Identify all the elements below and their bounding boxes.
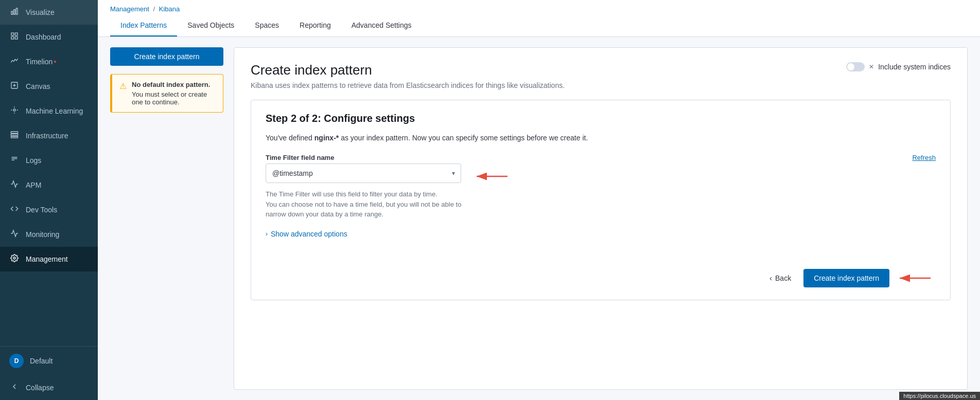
step-desc-prefix: You've defined [266, 134, 314, 142]
panel-header: Create index pattern Kibana uses index p… [251, 62, 951, 89]
svg-rect-2 [16, 8, 18, 14]
sidebar-item-label: Dashboard [26, 33, 61, 41]
content-area: Create index pattern ⚠ No default index … [98, 37, 980, 400]
panel-subtitle: Kibana uses index patterns to retrieve d… [251, 81, 951, 89]
sidebar-item-label: Canvas [26, 82, 50, 90]
hint-line2: You can choose not to have a time field,… [266, 199, 936, 210]
top-nav: Management / Kibana Index Patterns Saved… [98, 0, 980, 37]
breadcrumb: Management / Kibana [110, 0, 968, 15]
arrow-annotation-footer [895, 270, 936, 286]
management-icon [9, 254, 20, 264]
include-system-label: Include system indices [878, 63, 951, 71]
sidebar-item-monitoring[interactable]: Monitoring [0, 222, 98, 247]
include-system-indices[interactable]: ✕ Include system indices [846, 62, 951, 71]
step-description: You've defined nginx-* as your index pat… [266, 133, 936, 143]
collapse-label: Collapse [26, 384, 54, 392]
create-index-pattern-button[interactable]: Create index pattern [803, 269, 889, 287]
timelion-icon [9, 57, 20, 67]
svg-rect-9 [11, 132, 18, 133]
sidebar-item-infrastructure[interactable]: Infrastructure [0, 123, 98, 148]
sidebar-item-dashboard[interactable]: Dashboard [0, 25, 98, 49]
avatar: D [9, 354, 24, 368]
collapse-icon [9, 383, 20, 393]
svg-rect-0 [11, 11, 13, 14]
sidebar-item-machine-learning[interactable]: Machine Learning [0, 99, 98, 123]
sidebar-item-collapse[interactable]: Collapse [0, 375, 98, 400]
dashboard-icon [9, 32, 20, 42]
sidebar-item-label: Machine Learning [26, 107, 83, 115]
create-index-pattern-sidebar-button[interactable]: Create index pattern [110, 47, 223, 66]
warning-icon: ⚠ [119, 81, 127, 106]
step-title: Step 2 of 2: Configure settings [266, 113, 936, 124]
toggle-knob [847, 63, 854, 70]
sidebar-item-label: Logs [26, 156, 41, 165]
sidebar-item-visualize[interactable]: Visualize [0, 0, 98, 25]
tab-advanced-settings[interactable]: Advanced Settings [341, 15, 422, 37]
tab-reporting[interactable]: Reporting [289, 15, 341, 37]
step-box: Step 2 of 2: Configure settings You've d… [251, 100, 951, 300]
right-panel: Create index pattern Kibana uses index p… [234, 47, 968, 390]
main-content: Management / Kibana Index Patterns Saved… [98, 0, 980, 400]
close-toggle-icon[interactable]: ✕ [869, 63, 874, 70]
canvas-icon [9, 81, 20, 92]
hint-line1: The Time Filter will use this field to f… [266, 189, 936, 199]
sidebar-item-management[interactable]: Management [0, 247, 98, 271]
time-filter-select-wrapper: @timestamp ▾ [266, 163, 461, 183]
time-filter-label-row: Time Filter field name Refresh [266, 154, 936, 161]
svg-rect-5 [11, 37, 14, 39]
field-hint: The Time Filter will use this field to f… [266, 189, 936, 220]
sidebar-item-label: Timelion• [26, 58, 56, 66]
sidebar: Visualize Dashboard Timelion• Canvas Mac… [0, 0, 98, 400]
logs-icon [9, 155, 20, 166]
tab-spaces[interactable]: Spaces [244, 15, 289, 37]
dev-tools-icon [9, 205, 20, 215]
arrow-annotation [471, 169, 513, 184]
apm-icon [9, 180, 20, 190]
include-system-toggle[interactable] [846, 62, 865, 71]
sidebar-item-dev-tools[interactable]: Dev Tools [0, 197, 98, 222]
sidebar-item-canvas[interactable]: Canvas [0, 74, 98, 99]
hint-line3: narrow down your data by a time range. [266, 209, 936, 220]
step-footer: ‹ Back Create index pattern [266, 259, 936, 287]
step-desc-suffix: as your index pattern. Now you can speci… [339, 134, 588, 142]
back-button[interactable]: ‹ Back [763, 270, 797, 286]
sidebar-item-user[interactable]: D Default [0, 347, 98, 375]
left-panel: Create index pattern ⚠ No default index … [110, 47, 223, 390]
tab-index-patterns[interactable]: Index Patterns [110, 15, 177, 37]
sidebar-item-label: Infrastructure [26, 132, 68, 140]
show-advanced-options[interactable]: › Show advanced options [266, 230, 936, 238]
svg-point-8 [13, 109, 15, 111]
infrastructure-icon [9, 131, 20, 141]
warning-body: You must select or create one to continu… [132, 90, 216, 106]
svg-rect-3 [11, 33, 14, 35]
sidebar-item-label: Management [26, 255, 68, 263]
breadcrumb-management[interactable]: Management [110, 5, 149, 13]
svg-point-12 [13, 257, 15, 259]
sidebar-item-apm[interactable]: APM [0, 173, 98, 197]
svg-rect-11 [11, 136, 18, 138]
panel-title: Create index pattern [251, 62, 951, 78]
user-label: Default [30, 357, 52, 365]
machine-learning-icon [9, 106, 20, 116]
refresh-link[interactable]: Refresh [912, 154, 936, 161]
url-bar: https://pilocus.cloudspace.us [899, 392, 980, 400]
sidebar-item-label: APM [26, 181, 41, 189]
svg-rect-6 [15, 37, 18, 39]
chevron-right-icon: › [266, 230, 268, 238]
breadcrumb-separator: / [153, 5, 155, 13]
sidebar-item-label: Visualize [26, 8, 55, 16]
svg-rect-10 [11, 134, 18, 136]
sidebar-item-logs[interactable]: Logs [0, 148, 98, 173]
time-filter-select[interactable]: @timestamp [266, 163, 461, 183]
sidebar-item-label: Monitoring [26, 230, 59, 239]
breadcrumb-kibana[interactable]: Kibana [159, 5, 180, 13]
sidebar-item-timelion[interactable]: Timelion• [0, 49, 98, 74]
monitoring-icon [9, 229, 20, 240]
visualize-icon [9, 7, 20, 17]
tab-saved-objects[interactable]: Saved Objects [177, 15, 244, 37]
index-pattern-name: nginx-* [314, 134, 339, 142]
warning-box: ⚠ No default index pattern. You must sel… [110, 74, 223, 113]
back-arrow-icon: ‹ [769, 274, 772, 282]
svg-rect-1 [14, 10, 15, 14]
time-filter-label: Time Filter field name [266, 154, 334, 161]
